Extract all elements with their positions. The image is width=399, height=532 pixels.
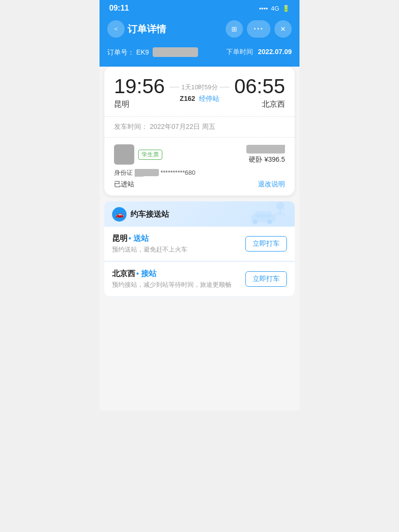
duration-text: 1天10时59分 xyxy=(181,83,217,92)
ride-city-kunming: 昆明 xyxy=(112,234,128,242)
student-badge: 学生票 xyxy=(138,150,162,160)
back-arrow-icon: ＜ xyxy=(113,25,119,33)
svg-point-7 xyxy=(267,220,272,224)
ride-header: 🚗 约车接送站 xyxy=(104,201,295,226)
ride-city-type-kunming: 昆明•送站 xyxy=(112,234,187,244)
status-icons: ▪▪▪▪ 4G 🔋 xyxy=(259,5,290,12)
battery-icon: 🔋 xyxy=(282,5,290,12)
seat-type: 硬卧 xyxy=(249,155,262,163)
id-label: 身份证 xyxy=(114,169,133,176)
ride-icon: 🚗 xyxy=(112,207,127,222)
header-left: ＜ 订单详情 xyxy=(107,20,166,38)
ride-type-beijing: 接站 xyxy=(141,269,157,278)
ride-item-beijing: 北京西•接站 预约接站，减少到站等待时间，旅途更顺畅 立即打车 xyxy=(104,262,295,296)
ride-type-kunming: 送站 xyxy=(133,234,149,242)
qr-icon: ⊞ xyxy=(231,25,237,33)
page-title: 订单详情 xyxy=(128,23,166,36)
departure-date-value: 2022年07月22日 周五 xyxy=(150,123,215,130)
ride-service: 🚗 约车接送站 昆明•送站 xyxy=(104,201,295,296)
id-masked: **********680 xyxy=(160,169,195,176)
departure-date-label: 发车时间： xyxy=(114,123,148,130)
ride-title: 约车接送站 xyxy=(130,210,169,220)
passenger-bottom-row: 已进站 退改说明 xyxy=(114,180,285,189)
duration-row: 1天10时59分 xyxy=(170,83,229,92)
to-city: 北京西 xyxy=(234,99,285,110)
ride-desc-beijing: 预约接站，减少到站等待时间，旅途更顺畅 xyxy=(112,280,231,289)
ride-divider xyxy=(112,261,287,262)
departure-section: 19:56 昆明 xyxy=(114,76,165,110)
seat-detail: 硬卧 ¥396.5 xyxy=(246,155,285,164)
book-taxi-kunming-button[interactable]: 立即打车 xyxy=(245,236,287,252)
order-date-label: 下单时间 xyxy=(226,48,253,56)
avatar xyxy=(114,144,134,165)
passenger-right: 06车厢███ 硬卧 ¥396.5 xyxy=(246,144,285,164)
stop-link[interactable]: 经停站 xyxy=(199,95,219,102)
ride-item-left-beijing: 北京西•接站 预约接站，减少到站等待时间，旅途更顺畅 xyxy=(112,269,231,289)
ride-city-type-beijing: 北京西•接站 xyxy=(112,269,231,279)
passenger-section: 学生票 06车厢███ 硬卧 ¥396.5 身份证 ██ **********6… xyxy=(104,137,295,196)
close-button[interactable]: ✕ xyxy=(274,20,292,38)
route-row: 19:56 昆明 1天10时59分 Z162 经停站 xyxy=(114,76,285,110)
qr-button[interactable]: ⊞ xyxy=(226,20,243,38)
id-row: 身份证 ██ **********680 xyxy=(114,168,285,177)
order-id-section: 订单号： EK9 ███████ xyxy=(107,47,198,57)
passenger-left: 学生票 xyxy=(114,144,162,165)
network-label: 4G xyxy=(271,5,279,12)
passenger-top: 学生票 06车厢███ 硬卧 ¥396.5 xyxy=(114,144,285,165)
order-date-section: 下单时间 2022.07.09 xyxy=(226,48,292,56)
header: ＜ 订单详情 ⊞ ··· ✕ xyxy=(100,15,299,44)
svg-point-0 xyxy=(276,202,284,210)
taxi-icon: 🚗 xyxy=(115,210,124,218)
order-id-blur: ███████ xyxy=(153,47,198,57)
more-icon: ··· xyxy=(254,24,264,34)
signal-icon: ▪▪▪▪ xyxy=(259,5,268,12)
main-card: 19:56 昆明 1天10时59分 Z162 经停站 xyxy=(104,67,295,196)
order-id-value: EK9 xyxy=(136,48,149,56)
back-button[interactable]: ＜ xyxy=(107,20,125,38)
station-status: 已进站 xyxy=(114,180,134,189)
train-info: 19:56 昆明 1天10时59分 Z162 经停站 xyxy=(104,67,295,116)
svg-line-3 xyxy=(280,212,285,215)
order-meta: 订单号： EK9 ███████ 下单时间 2022.07.09 xyxy=(100,44,299,67)
phone-wrapper: 09:11 ▪▪▪▪ 4G 🔋 ＜ 订单详情 ⊞ ··· ✕ xyxy=(100,0,299,410)
header-right: ⊞ ··· ✕ xyxy=(226,20,292,38)
arrival-section: 06:55 北京西 xyxy=(234,76,285,110)
carriage-blur: 06车厢███ xyxy=(246,145,285,154)
svg-point-6 xyxy=(253,220,257,224)
order-date-value: 2022.07.09 xyxy=(258,48,292,56)
middle-info: 1天10时59分 Z162 经停站 xyxy=(165,83,234,103)
train-number-row: Z162 经停站 xyxy=(170,95,229,103)
train-number: Z162 xyxy=(180,95,195,102)
ride-desc-kunming: 预约送站，避免赶不上火车 xyxy=(112,245,187,254)
ride-illustration xyxy=(246,201,290,227)
price: ¥396.5 xyxy=(264,155,285,163)
refund-link[interactable]: 退改说明 xyxy=(258,180,285,189)
svg-line-2 xyxy=(275,212,280,215)
status-time: 09:11 xyxy=(109,4,129,13)
ride-item-kunming: 昆明•送站 预约送站，避免赶不上火车 立即打车 xyxy=(104,227,295,261)
from-city: 昆明 xyxy=(114,99,165,110)
departure-time: 19:56 xyxy=(114,76,165,97)
more-button[interactable]: ··· xyxy=(247,20,271,38)
departure-date-row: 发车时间： 2022年07月22日 周五 xyxy=(104,116,295,137)
svg-rect-5 xyxy=(255,211,271,217)
ride-item-left-kunming: 昆明•送站 预约送站，避免赶不上火车 xyxy=(112,234,187,254)
bottom-space xyxy=(100,296,299,306)
arrival-time: 06:55 xyxy=(234,76,285,97)
duration-line-right xyxy=(220,87,229,87)
status-bar: 09:11 ▪▪▪▪ 4G 🔋 xyxy=(100,0,299,15)
book-taxi-beijing-button[interactable]: 立即打车 xyxy=(245,271,287,287)
id-blur: ██ xyxy=(135,169,159,176)
close-icon: ✕ xyxy=(280,25,286,33)
order-id-label: 订单号： xyxy=(107,48,134,56)
ride-city-beijing: 北京西 xyxy=(112,269,135,278)
duration-line-left xyxy=(170,87,179,87)
